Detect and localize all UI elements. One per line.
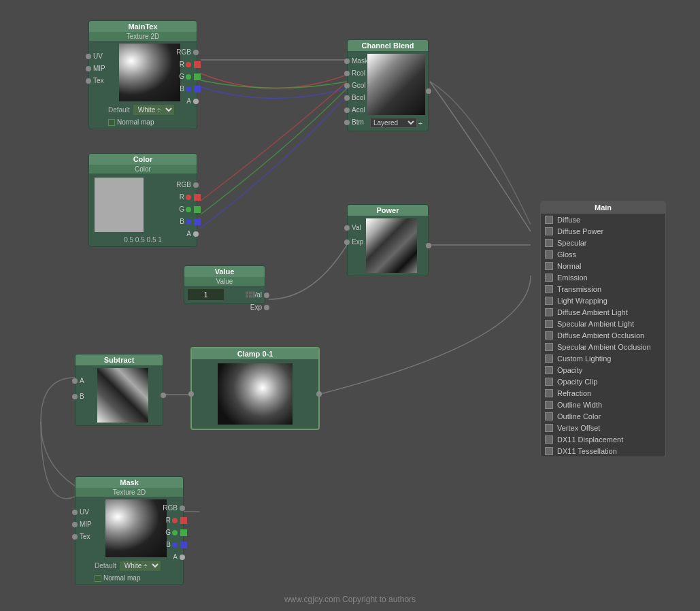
maintex-port-mip[interactable] [86,66,91,71]
panel-row-opacity-clip[interactable]: Opacity Clip [541,376,665,387]
maintex-port-rgb[interactable] [193,50,199,55]
panel-row-diffuse-power[interactable]: Diffuse Power [541,225,665,237]
subtract-port-a[interactable] [72,378,78,384]
panel-checkbox-diffuse[interactable] [545,216,553,224]
panel-row-diffuse-ambient-light[interactable]: Diffuse Ambient Light [541,306,665,318]
clamp-port-out[interactable] [316,391,322,397]
mask-normalmap-checkbox[interactable] [95,575,101,582]
panel-row-outline-width[interactable]: Outline Width [541,399,665,410]
node-power: Power Val Exp [347,204,429,276]
cb-port-rcol[interactable] [344,71,350,76]
panel-checkbox-custom-lighting[interactable] [545,354,553,363]
panel-checkbox-dx11-tessellation[interactable] [545,447,553,455]
cb-port-out[interactable] [426,88,431,94]
panel-checkbox-refraction[interactable] [545,389,553,397]
channel-blend-title: Channel Blend [348,40,428,51]
panel-checkbox-transmission[interactable] [545,285,553,293]
value-port-val[interactable] [264,293,269,298]
panel-checkbox-diffuse-power[interactable] [545,227,553,235]
maintex-port-tex[interactable] [86,78,91,84]
cb-port-bcol[interactable] [344,95,350,101]
panel-row-transmission[interactable]: Transmission [541,283,665,295]
panel-checkbox-specular-ambient-light[interactable] [545,320,553,328]
power-port-out[interactable] [426,243,431,248]
panel-row-emission[interactable]: Emission [541,271,665,283]
panel-row-specular[interactable]: Specular [541,237,665,248]
panel-checkbox-diffuse-ambient-occlusion[interactable] [545,331,553,340]
cb-port-acol[interactable] [344,108,350,113]
maintex-label-b: B [180,85,184,93]
color-port-a[interactable] [193,231,199,237]
mask-default-select[interactable]: White ÷ [119,560,161,572]
subtract-title: Subtract [76,354,163,365]
panel-row-dx11-displacement[interactable]: DX11 Displacement [541,433,665,445]
mask-port-tex[interactable] [72,534,78,540]
panel-checkbox-opacity[interactable] [545,366,553,374]
panel-label-emission: Emission [557,274,588,282]
panel-checkbox-dx11-displacement[interactable] [545,435,553,444]
mask-port-mip[interactable] [72,522,78,527]
node-clamp: Clamp 0-1 [190,347,320,430]
clamp-title: Clamp 0-1 [192,348,318,359]
maintex-port-uv[interactable] [86,54,91,59]
panel-checkbox-vertex-offset[interactable] [545,424,553,432]
clamp-port-in[interactable] [188,391,194,397]
panel-checkbox-gloss[interactable] [545,250,553,259]
panel-checkbox-outline-color[interactable] [545,412,553,420]
panel-row-diffuse-ambient-occlusion[interactable]: Diffuse Ambient Occlusion [541,329,665,341]
color-port-r[interactable] [186,195,191,200]
mask-port-b[interactable] [172,542,178,548]
panel-label-opacity-clip: Opacity Clip [557,378,597,386]
panel-row-custom-lighting[interactable]: Custom Lighting [541,352,665,364]
panel-checkbox-opacity-clip[interactable] [545,378,553,386]
maintex-port-r[interactable] [186,62,191,67]
subtract-port-b[interactable] [72,394,78,399]
panel-checkbox-outline-width[interactable] [545,401,553,409]
panel-row-diffuse[interactable]: Diffuse [541,214,665,225]
panel-row-refraction[interactable]: Refraction [541,387,665,399]
power-title: Power [348,205,428,216]
panel-row-specular-ambient-light[interactable]: Specular Ambient Light [541,318,665,329]
panel-checkbox-normal[interactable] [545,262,553,270]
mask-port-a[interactable] [180,555,185,560]
panel-checkbox-light-wrapping[interactable] [545,297,553,305]
panel-row-vertex-offset[interactable]: Vertex Offset [541,422,665,433]
panel-checkbox-emission[interactable] [545,274,553,282]
maintex-normalmap-checkbox[interactable] [108,119,115,126]
node-channel-blend: Channel Blend Mask Rcol Gcol Bcol Acol B… [347,39,429,131]
panel-checkbox-diffuse-ambient-light[interactable] [545,308,553,316]
panel-row-light-wrapping[interactable]: Light Wrapping [541,295,665,306]
mask-port-g[interactable] [172,530,178,535]
cb-port-mask[interactable] [344,59,350,64]
mask-port-r[interactable] [172,518,178,523]
panel-row-normal[interactable]: Normal [541,260,665,271]
color-port-rgb[interactable] [193,182,199,188]
panel-label-refraction: Refraction [557,389,591,397]
mask-port-uv[interactable] [72,510,78,515]
panel-label-normal: Normal [557,262,581,270]
value-input[interactable] [187,288,224,301]
value-title: Value [184,266,265,277]
maintex-port-b[interactable] [186,86,191,92]
panel-row-outline-color[interactable]: Outline Color [541,410,665,422]
color-port-b[interactable] [186,219,191,225]
panel-row-opacity[interactable]: Opacity [541,364,665,376]
maintex-port-g[interactable] [186,74,191,80]
panel-row-gloss[interactable]: Gloss [541,248,665,260]
panel-checkbox-specular-ambient-occlusion[interactable] [545,343,553,351]
color-port-g[interactable] [186,207,191,212]
maintex-port-a[interactable] [193,99,199,104]
mask-port-rgb[interactable] [180,506,185,511]
cb-port-gcol[interactable] [344,83,350,88]
mask-preview [105,499,167,557]
channel-blend-layered-select[interactable]: Layered [370,118,417,128]
power-port-exp[interactable] [344,240,350,245]
value-port-exp[interactable] [264,305,269,310]
cb-port-btm[interactable] [344,120,350,125]
panel-row-specular-ambient-occlusion[interactable]: Specular Ambient Occlusion [541,341,665,352]
subtract-port-out[interactable] [161,393,166,398]
panel-row-dx11-tessellation[interactable]: DX11 Tessellation [541,445,665,457]
panel-checkbox-specular[interactable] [545,239,553,247]
power-port-val[interactable] [344,225,350,231]
maintex-default-select[interactable]: White ÷ [133,104,175,116]
